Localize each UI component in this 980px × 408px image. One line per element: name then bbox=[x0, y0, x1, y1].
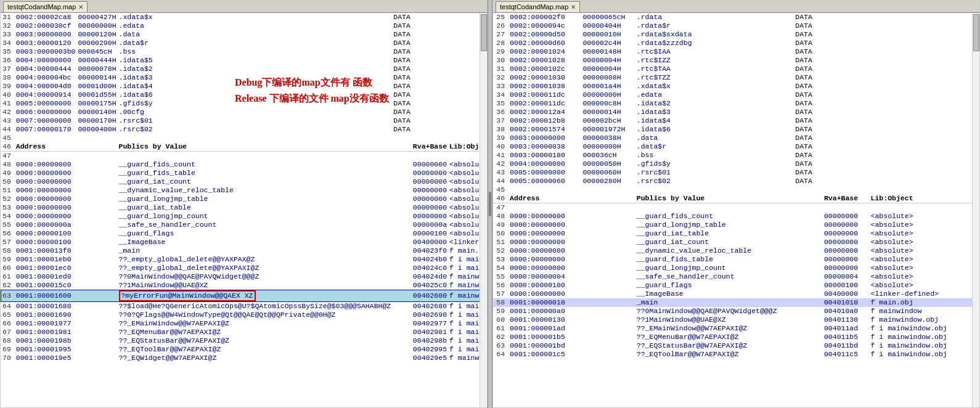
line-number: 49 bbox=[493, 221, 508, 229]
col-address: 0004:000004d0 bbox=[15, 82, 77, 91]
col-type: DATA bbox=[392, 30, 412, 39]
table-row: 540000:00000000__guard_longjmp_count0000… bbox=[1, 212, 488, 221]
table-row: 580001:000013f0_main004023f0f main.obj bbox=[1, 247, 488, 255]
col-lib bbox=[870, 47, 972, 56]
left-content[interactable]: 310002:00002ca800000427H.xdata$xDATA3200… bbox=[1, 13, 487, 407]
col-address: 0002:00001574 bbox=[508, 125, 581, 134]
col-lib bbox=[870, 39, 972, 47]
col-address: 0002:0000102c bbox=[508, 65, 581, 73]
col-symbol-name: __guard_longjmp_count bbox=[118, 212, 393, 221]
left-scrollbar[interactable] bbox=[480, 13, 487, 407]
col-lib: f i mainwindow.obj bbox=[870, 333, 972, 341]
col-type bbox=[392, 290, 412, 302]
col-rva bbox=[823, 160, 870, 168]
col-rva: 00000004 bbox=[823, 272, 870, 281]
line-number: 47 bbox=[1, 152, 15, 161]
col-type bbox=[794, 316, 823, 324]
col-address: 0001:00001995 bbox=[15, 345, 77, 354]
col-rva bbox=[823, 56, 870, 65]
col-rva: 00000000 bbox=[823, 238, 870, 247]
col-symbol-name: .rdata$sxdata bbox=[635, 30, 794, 39]
line-number: 43 bbox=[1, 116, 15, 125]
col-rva bbox=[412, 116, 448, 125]
col-type bbox=[794, 255, 823, 264]
right-content[interactable]: 250002:000002f000000065cH.rdataDATA26000… bbox=[493, 13, 979, 407]
right-tab[interactable]: testqtCodandMap.map ✕ bbox=[496, 1, 580, 12]
col-rva bbox=[823, 134, 870, 142]
col-hex: 00000170H bbox=[76, 116, 117, 125]
col-address: 0000:00000000 bbox=[15, 186, 77, 195]
col-rva bbox=[412, 134, 448, 142]
col-hex bbox=[76, 354, 117, 362]
left-scrollbar-thumb[interactable] bbox=[481, 14, 487, 51]
col-rva: 00000000 bbox=[823, 221, 870, 229]
col-symbol-name: _main bbox=[635, 298, 794, 307]
col-address: 0002:000011dc bbox=[508, 99, 581, 108]
col-hex bbox=[76, 160, 117, 169]
table-row: 320002:000030cf00000000H.edataDATA bbox=[1, 22, 488, 30]
col-hex bbox=[76, 255, 117, 264]
col-address: 0004:00000914 bbox=[15, 91, 77, 99]
col-hex bbox=[76, 311, 117, 319]
left-tab-close[interactable]: ✕ bbox=[78, 4, 83, 10]
line-number: 48 bbox=[1, 160, 15, 169]
col-hex bbox=[581, 186, 635, 194]
right-scrollbar-thumb[interactable] bbox=[973, 14, 979, 51]
col-address: 0000:00000000 bbox=[508, 221, 581, 229]
col-address: 0000:00000000 bbox=[508, 290, 581, 298]
col-type bbox=[794, 247, 823, 255]
line-number: 70 bbox=[1, 354, 15, 362]
col-type: DATA bbox=[794, 125, 823, 134]
right-tab-close[interactable]: ✕ bbox=[571, 4, 576, 10]
col-symbol-name: __ImageBase bbox=[635, 290, 794, 298]
col-hex: 00000000H bbox=[581, 142, 635, 151]
col-symbol-name bbox=[635, 203, 794, 213]
col-address: 0001:00001eb0 bbox=[15, 255, 77, 264]
col-lib: <absolute> bbox=[870, 238, 972, 247]
table-row: 600001:00001ec0??_empty_global_delete@@Y… bbox=[1, 264, 488, 272]
col-rva bbox=[823, 30, 870, 39]
table-row: 410003:00000180000036cH.bssDATA bbox=[493, 151, 972, 160]
panel-divider[interactable] bbox=[488, 0, 492, 408]
col-hex: 00000008H bbox=[581, 73, 635, 82]
table-row: 660001:00001977??_EMainWindow@@W7AEPAXI@… bbox=[1, 319, 488, 328]
col-hex bbox=[76, 177, 117, 186]
col-symbol-name: __guard_iat_count bbox=[118, 177, 393, 186]
line-number: 28 bbox=[493, 39, 508, 47]
col-rva bbox=[823, 13, 870, 22]
col-hex bbox=[76, 290, 117, 302]
col-address: 0000:00000000 bbox=[15, 177, 77, 186]
col-hex bbox=[76, 152, 117, 161]
col-symbol-name: .rtc$IZZ bbox=[635, 56, 794, 65]
col-hex bbox=[76, 337, 117, 345]
right-scrollbar[interactable] bbox=[972, 13, 979, 407]
col-address: 0005:00000060 bbox=[508, 177, 581, 186]
col-rva: 00400000 bbox=[823, 290, 870, 298]
table-row: 46AddressPublics by ValueRva+BaseLib:Obj… bbox=[1, 142, 488, 152]
table-row: 370004:0000044400000078H.idata$2DATA bbox=[1, 65, 488, 73]
col-symbol-name: .xdata$x bbox=[635, 82, 794, 91]
col-lib bbox=[870, 56, 972, 65]
col-address: 0002:00001030 bbox=[508, 73, 581, 82]
col-rva: 004010a0 bbox=[823, 307, 870, 316]
col-type bbox=[794, 290, 823, 298]
table-row: 330003:0000000000000120H.dataDATA bbox=[1, 30, 488, 39]
line-number: 38 bbox=[493, 125, 508, 134]
table-row: 300002:0000102800000004H.rtc$IZZDATA bbox=[493, 56, 972, 65]
col-hex bbox=[581, 272, 635, 281]
col-lib bbox=[870, 73, 972, 82]
left-tab[interactable]: testqtCodandMap.map ✕ bbox=[3, 1, 88, 12]
col-address: 0000:00000000 bbox=[15, 203, 77, 212]
col-type: DATA bbox=[392, 73, 412, 82]
col-type bbox=[794, 229, 823, 238]
col-address: 0001:00001ec0 bbox=[15, 264, 77, 272]
line-number: 46 bbox=[1, 142, 15, 152]
line-number: 60 bbox=[493, 316, 508, 324]
col-rva bbox=[412, 47, 448, 56]
line-number: 40 bbox=[1, 91, 15, 99]
table-row: 530000:00000000__guard_fids_table0000000… bbox=[493, 255, 972, 264]
col-symbol-name: __guard_flags bbox=[118, 229, 393, 238]
col-type: DATA bbox=[794, 116, 823, 125]
table-row: 650001:00001690??0?QFlags@@W4WindowType@… bbox=[1, 311, 488, 319]
col-address bbox=[508, 186, 581, 194]
